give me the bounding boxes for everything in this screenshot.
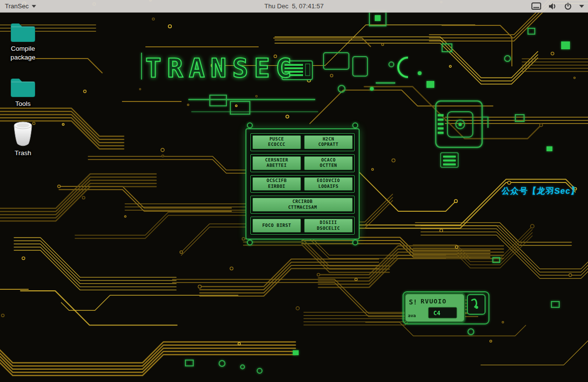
wallpaper-watermark: 公众号【龙羽Sec】: [501, 185, 580, 197]
panel-button-label: OCSCIFB EIRBOI: [261, 178, 292, 189]
folder-icon: [9, 20, 37, 43]
top-panel: TranSec Thu Dec 5, 07:41:57: [0, 0, 588, 13]
panel-button: H2CN COPRATT: [304, 135, 353, 149]
wallpaper-logo-text: TRANSEC: [145, 53, 298, 83]
panel-button: DIGIII DSOCELIC: [304, 219, 353, 233]
control-panel-body: PUSCE ECOCCC H2CN COPRATT CERSNIER ABETT…: [245, 128, 360, 240]
desktop-icon-label: Compile package: [1, 44, 45, 62]
panel-row: PUSCE ECOCCC H2CN COPRATT: [250, 133, 355, 151]
volume-icon[interactable]: [548, 2, 557, 10]
panel-button: CRCIROB CTTMACISAM: [252, 198, 353, 212]
chip-code-text: C4: [433, 310, 440, 317]
panel-button: OCACO OCTTEN: [304, 156, 353, 170]
wallpaper-control-panel: PUSCE ECOCCC H2CN COPRATT CERSNIER ABETT…: [245, 128, 360, 240]
panel-row: FOCO BIRST DIGIII DSOCELIC: [250, 217, 355, 235]
desktop-icon-tools[interactable]: Tools: [1, 76, 45, 108]
folder-icon: [9, 76, 37, 98]
panel-button-label: H2CN COPRATT: [313, 137, 344, 148]
screw-icon: [352, 122, 358, 128]
panel-button-label: CERSNIER ABETTEI: [261, 158, 292, 169]
chevron-down-icon[interactable]: [579, 5, 584, 8]
screw-icon: [247, 122, 253, 128]
desktop-screen: TRANSEC S! ava RVUOIO C4 PUSCE ECOCCC H2…: [0, 0, 588, 382]
panel-button: FOCO BIRST: [252, 219, 301, 233]
panel-button-label: PUSCE ECOCCC: [261, 137, 292, 148]
chip-prefix-text: S!: [409, 298, 417, 306]
wallpaper-logo: TRANSEC: [145, 53, 298, 83]
panel-row: CRCIROB CTTMACISAM: [250, 196, 355, 214]
screw-icon: [247, 240, 253, 245]
panel-button: OCSCIFB EIRBOI: [252, 177, 301, 191]
desktop-icon-trash[interactable]: Trash: [1, 120, 45, 158]
chevron-down-icon: [32, 5, 36, 8]
panel-clock[interactable]: Thu Dec 5, 07:41:57: [264, 2, 324, 10]
system-tray: [531, 0, 584, 12]
panel-button: PUSCE ECOCCC: [252, 135, 301, 149]
app-menu-label: TranSec: [5, 2, 29, 10]
panel-button-label: FOCO BIRST: [262, 223, 291, 229]
desktop-icon-label: Tools: [15, 100, 31, 108]
panel-button: EOIOVCIO LOOAIFS: [304, 177, 353, 191]
panel-button-label: DIGIII DSOCELIC: [313, 220, 344, 231]
display-icon[interactable]: [531, 2, 541, 10]
power-icon[interactable]: [564, 2, 572, 10]
panel-button-label: OCACO OCTTEN: [313, 158, 344, 169]
panel-button-label: CRCIROB CTTMACISAM: [280, 199, 325, 210]
trash-icon: [11, 120, 35, 147]
panel-row: OCSCIFB EIRBOI EOIOVCIO LOOAIFS: [250, 175, 355, 193]
panel-row: CERSNIER ABETTEI OCACO OCTTEN: [250, 154, 355, 172]
app-menu-button[interactable]: TranSec: [0, 0, 41, 12]
desktop-icon-label: Trash: [15, 149, 31, 158]
screw-icon: [352, 240, 358, 245]
panel-button: CERSNIER ABETTEI: [252, 156, 301, 170]
panel-button-label: EOIOVCIO LOOAIFS: [313, 178, 344, 189]
desktop-icon-compile-package[interactable]: Compile package: [1, 20, 45, 62]
chip-label-text: RVUOIO: [421, 298, 446, 305]
chip-sub-text: ava: [408, 313, 416, 318]
